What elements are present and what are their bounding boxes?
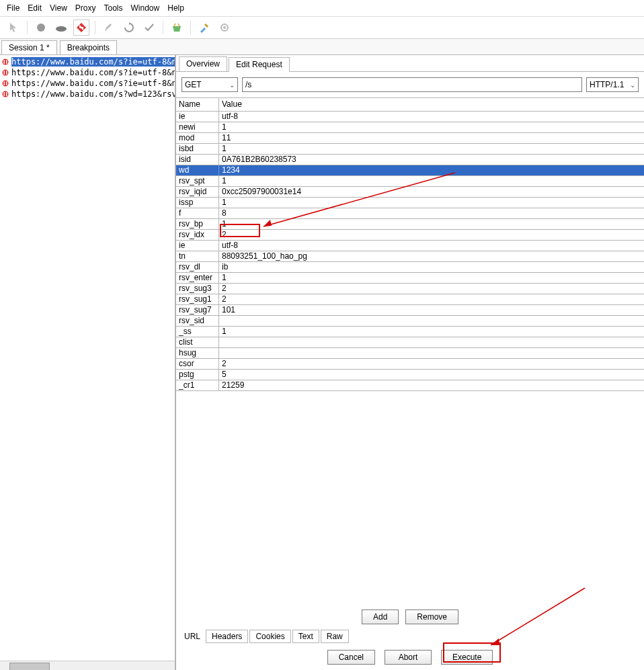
param-name: pstg [176,370,219,380]
param-name: isbd [176,144,219,154]
param-row[interactable]: isid0A761B2B60238573 [176,155,644,165]
param-row[interactable]: issp1 [176,198,644,208]
tools-icon[interactable] [196,19,212,36]
param-name: ie [176,112,219,122]
param-row[interactable]: clist [176,337,644,348]
param-name: _ss [176,327,219,337]
menu-tools[interactable]: Tools [101,2,126,14]
param-name: rsv_enter [176,273,219,283]
param-row[interactable]: rsv_idx2 [176,230,644,241]
param-name: hsug [176,348,219,358]
svg-rect-15 [4,92,5,96]
path-input[interactable]: /s [242,77,582,92]
breakpoint-item[interactable]: https://www.baidu.com/s?ie=utf-8&newi= [0,67,175,78]
param-row[interactable]: _cr121259 [176,380,644,391]
menu-help[interactable]: Help [164,2,188,14]
repeat-icon[interactable] [121,19,137,36]
param-value: utf-8 [219,241,644,251]
param-name: mod [176,133,219,143]
param-row[interactable]: rsv_sug32 [176,284,644,294]
param-row[interactable]: ieutf-8 [176,241,644,251]
param-value: 8 [219,208,644,218]
breakpoint-url: https://www.baidu.com/s?wd=123&rsv_spt [11,89,175,99]
body-tab-cookies[interactable]: Cookies [249,630,290,643]
protocol-select[interactable]: HTTP/1.1 ⌄ [586,77,639,92]
throttle-icon[interactable] [53,19,69,36]
chevron-down-icon: ⌄ [229,81,235,89]
param-name: tn [176,251,219,261]
main-split: https://www.baidu.com/s?ie=utf-8&newi=ht… [0,55,644,670]
edit-icon[interactable] [101,19,117,36]
param-value: 1 [219,327,644,337]
add-button[interactable]: Add [362,610,399,624]
breakpoint-url: https://www.baidu.com/s?ie=utf-8&newi= [11,57,175,67]
svg-rect-13 [6,81,7,85]
record-icon[interactable] [33,19,49,36]
menu-proxy[interactable]: Proxy [72,2,99,14]
param-row[interactable]: f8 [176,208,644,219]
param-value: 1 [219,273,644,283]
param-row[interactable]: hsug [176,348,644,359]
basket-icon[interactable] [169,19,185,36]
abort-button[interactable]: Abort [385,650,432,665]
param-row[interactable]: _ss1 [176,327,644,337]
param-row[interactable]: rsv_sug7101 [176,305,644,316]
tab-overview[interactable]: Overview [179,56,227,71]
method-select[interactable]: GET ⌄ [182,77,238,92]
param-row[interactable]: mod11 [176,133,644,144]
param-row[interactable]: isbd1 [176,144,644,155]
body-tab-text[interactable]: Text [292,630,319,643]
svg-point-11 [3,81,9,87]
menu-edit[interactable]: Edit [24,2,45,14]
param-row[interactable]: rsv_bp1 [176,219,644,230]
param-row[interactable]: rsv_enter1 [176,273,644,284]
url-label: URL [180,632,204,641]
param-row[interactable]: wd1234 [176,165,644,176]
request-editor: Overview Edit Request GET ⌄ /s HTTP/1.1 … [175,55,644,670]
remove-button[interactable]: Remove [405,610,458,624]
param-row[interactable]: ieutf-8 [176,112,644,122]
param-row[interactable]: csor2 [176,359,644,370]
cancel-button[interactable]: Cancel [327,650,375,665]
body-tab-raw[interactable]: Raw [321,630,349,643]
param-name: issp [176,198,219,208]
param-row[interactable]: rsv_sug12 [176,294,644,305]
validate-icon[interactable] [141,19,157,36]
cursor-icon[interactable] [5,19,22,36]
horizontal-scrollbar[interactable] [0,661,175,670]
svg-rect-12 [4,81,5,85]
session-tab-1[interactable]: Breakpoints [60,40,117,54]
param-value: 1 [219,176,644,186]
param-row[interactable]: rsv_spt1 [176,176,644,187]
param-value [219,348,644,358]
svg-point-1 [56,26,67,32]
menu-view[interactable]: View [46,2,71,14]
menu-file[interactable]: File [3,2,23,14]
tab-edit-request[interactable]: Edit Request [229,57,290,72]
param-row[interactable]: rsv_iqid0xcc25097900031e14 [176,187,644,198]
breakpoint-enabled-icon[interactable] [73,19,89,36]
breakpoint-item[interactable]: https://www.baidu.com/s?ie=utf-8&newi= [0,78,175,89]
param-name: rsv_spt [176,176,219,186]
param-name: _cr1 [176,380,219,390]
body-tab-headers[interactable]: Headers [206,630,248,643]
breakpoint-item[interactable]: https://www.baidu.com/s?wd=123&rsv_spt [0,89,175,99]
param-row[interactable]: newi1 [176,122,644,133]
param-row[interactable]: rsv_dlib [176,262,644,273]
param-value [219,316,644,326]
param-name: rsv_sug1 [176,294,219,304]
param-row[interactable]: rsv_sid [176,316,644,327]
session-tab-0[interactable]: Session 1 * [1,40,57,54]
breakpoint-url: https://www.baidu.com/s?ie=utf-8&newi= [11,68,175,77]
param-row[interactable]: pstg5 [176,370,644,380]
params-table: Name Value ieutf-8newi1mod11isbd1isid0A7… [176,97,644,391]
breakpoint-item[interactable]: https://www.baidu.com/s?ie=utf-8&newi= [0,56,175,67]
menu-window[interactable]: Window [128,2,163,14]
svg-rect-9 [4,71,5,75]
param-row[interactable]: tn88093251_100_hao_pg [176,251,644,262]
settings-icon[interactable] [216,19,233,36]
execute-button[interactable]: Execute [441,650,493,665]
param-value: 0xcc25097900031e14 [219,187,644,197]
session-tabbar: Session 1 *Breakpoints [0,39,644,55]
svg-point-0 [37,24,45,32]
